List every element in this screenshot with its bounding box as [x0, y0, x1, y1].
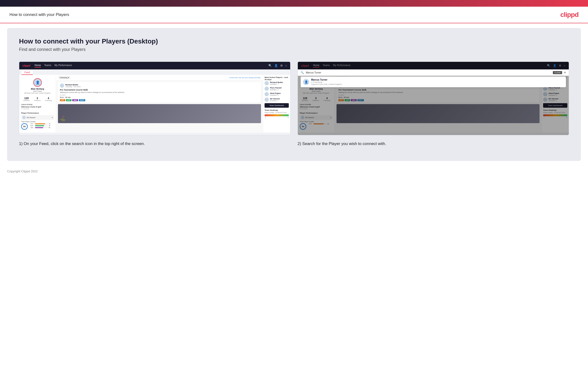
- avatar: 👤: [33, 78, 42, 87]
- close-button[interactable]: ×: [564, 71, 566, 74]
- nav-icons: 🔍 👤 ⚙ ○: [268, 64, 287, 67]
- heatmap-sub: Player Quality · 20 Round Trend: [264, 112, 289, 113]
- main-content: How to connect with your Players (Deskto…: [7, 28, 581, 161]
- logo: clippd: [561, 11, 579, 18]
- header: How to connect with your Players clippd: [0, 7, 588, 23]
- followers-count: 3: [34, 97, 41, 100]
- screenshot-1-container: clippd Home Teams My Performance 🔍 👤 ⚙ ○…: [19, 62, 290, 149]
- footer: Copyright Clippd 2022: [0, 166, 588, 177]
- heatmap-bar: [264, 114, 289, 116]
- clear-button[interactable]: CLEAR: [553, 71, 562, 74]
- copyright: Copyright Clippd 2022: [7, 169, 38, 173]
- app-body-1: 👤 Blair McHarg Golf Coach Mill Ride Golf…: [19, 75, 290, 133]
- middle-panel: Following ▾ Control who can see your act…: [56, 75, 263, 133]
- result-club: Cypress Point Club, United Kingdom: [311, 83, 342, 85]
- player-avatar-2: [264, 87, 269, 91]
- player-item-1: Richard Butler Activities: 7: [264, 81, 289, 85]
- player-acts-4: Activities: 1: [270, 100, 280, 101]
- card-name: Richard Butler: [65, 84, 81, 86]
- player-name-1: Richard Butler: [270, 81, 283, 83]
- quality-label: Total Player Quality: [21, 121, 54, 122]
- followers-label: Followers: [34, 100, 41, 101]
- app-mockup-2: clippd Home Teams My Performance 🔍 👤 ⚙ ○…: [298, 62, 569, 135]
- card-desc: Walking the course with my coach to buil…: [60, 92, 259, 93]
- score-circle: 84: [21, 123, 28, 130]
- nav-my-performance[interactable]: My Performance: [55, 64, 72, 67]
- bar-ott: OTT 79: [30, 123, 50, 125]
- player-select-avatar: [22, 116, 26, 119]
- following-bar: Following ▾ Control who can see your act…: [56, 75, 263, 81]
- activity-card: Richard Butler Yesterday · The Grove Pre…: [58, 82, 261, 103]
- profile-title: Golf Coach: [21, 90, 54, 92]
- player-select[interactable]: Eli Vincent ▾: [21, 115, 54, 120]
- player-perf-label: Player Performance: [21, 112, 54, 114]
- control-link[interactable]: Control who can see your activity and da…: [229, 77, 261, 78]
- heatmap-label-high: +5: [287, 117, 289, 118]
- search-overlay: 🔍 Marcus Turner CLEAR × 👤 Marcus Turner …: [298, 69, 569, 88]
- stat-followers: 3 Followers: [34, 97, 41, 101]
- team-dashboard-btn[interactable]: Team Dashboard: [264, 103, 289, 108]
- profile-section: 👤 Blair McHarg Golf Coach Mill Ride Golf…: [21, 77, 54, 95]
- tag-app: APP: [66, 99, 71, 101]
- stats-row: 129 Activities 3 Followers 4 Following: [21, 97, 54, 101]
- player-name-2: Piers Parnell: [270, 87, 281, 89]
- card-duration-label: Duration: [60, 94, 259, 96]
- player-name-3: Hiral Pujara: [270, 92, 281, 94]
- nav-items: Home Teams My Performance: [35, 64, 72, 67]
- avatar-icon[interactable]: ○: [285, 64, 287, 67]
- search-bar: 🔍 Marcus Turner CLEAR ×: [298, 69, 569, 76]
- heatmap-label-low: -5: [264, 117, 266, 118]
- player-item-4: Eli Vincent Activities: 1: [264, 97, 289, 102]
- top-bar: [0, 0, 588, 7]
- search-query[interactable]: Marcus Turner: [306, 71, 551, 74]
- nav-teams[interactable]: Teams: [44, 64, 51, 67]
- tag-ott: OTT: [60, 99, 65, 101]
- search-icon[interactable]: 🔍: [268, 64, 272, 67]
- bar-app: APP 70: [30, 125, 50, 127]
- profile-club: Mill Ride Golf Club, United Kingdom: [21, 92, 54, 94]
- result-handicap: 1·5 Handicap: [311, 81, 342, 83]
- card-title: Pre Tournament Course Walk: [60, 89, 259, 91]
- player-name-4: Eli Vincent: [270, 98, 280, 100]
- settings-icon[interactable]: ⚙: [280, 64, 283, 67]
- activities-label: Activities: [24, 100, 30, 101]
- nav-home[interactable]: Home: [35, 64, 41, 67]
- following-count: 4: [45, 97, 52, 100]
- bar-arg: ARG 64: [30, 127, 50, 128]
- main-title: How to connect with your Players (Deskto…: [19, 37, 569, 45]
- app-nav-1: clippd Home Teams My Performance 🔍 👤 ⚙ ○: [19, 62, 290, 69]
- search-result[interactable]: 👤 Marcus Turner 1·5 Handicap Cypress Poi…: [301, 77, 566, 87]
- tag-arg: ARG: [72, 99, 78, 101]
- right-panel: Most Active Players - Last 30 days Richa…: [263, 75, 290, 133]
- quality-section: 84 OTT 79 APP 70: [21, 123, 54, 130]
- profile-icon[interactable]: 👤: [274, 64, 278, 67]
- player-item-2: Piers Parnell Activities: 4: [264, 87, 289, 91]
- tag-row: OTT APP ARG PUTT: [60, 99, 259, 101]
- golfer-silhouette: ⛳: [59, 116, 66, 122]
- following-dropdown[interactable]: Following ▾: [58, 76, 70, 79]
- quality-bars: OTT 79 APP 70 ARG: [30, 123, 50, 129]
- main-subtitle: Find and connect with your Players: [19, 47, 569, 52]
- screenshot-2-container: clippd Home Teams My Performance 🔍 👤 ⚙ ○…: [298, 62, 569, 149]
- team-heatmap-header: Team Heatmap: [264, 109, 289, 111]
- app-logo: clippd: [23, 64, 30, 67]
- most-active-header: Most Active Players - Last 30 days: [264, 76, 289, 81]
- player-avatar-1: [264, 81, 269, 85]
- feed-tab[interactable]: Feed: [22, 70, 33, 75]
- card-subtitle: Yesterday · The Grove: [65, 86, 81, 87]
- profile-name: Blair McHarg: [21, 88, 54, 90]
- left-panel: 👤 Blair McHarg Golf Coach Mill Ride Golf…: [19, 75, 56, 133]
- card-time: 02 hr : 00 min: [60, 97, 259, 98]
- player-select-name: Eli Vincent: [27, 117, 51, 119]
- page-title: How to connect with your Players: [9, 12, 69, 17]
- feed-image: ⛳: [58, 104, 261, 123]
- app-mockup-1: clippd Home Teams My Performance 🔍 👤 ⚙ ○…: [19, 62, 290, 135]
- stat-activities: 129 Activities: [24, 97, 30, 101]
- result-avatar: 👤: [303, 79, 309, 85]
- feed-image-overlay: ⛳: [58, 104, 261, 123]
- player-acts-3: Activities: 3: [270, 94, 281, 96]
- latest-activity-section: Latest Activity Afternoon round of golf …: [21, 103, 54, 110]
- player-acts-2: Activities: 4: [270, 89, 281, 91]
- activity-name: Afternoon round of golf: [21, 106, 54, 108]
- screenshots-row: clippd Home Teams My Performance 🔍 👤 ⚙ ○…: [19, 62, 569, 149]
